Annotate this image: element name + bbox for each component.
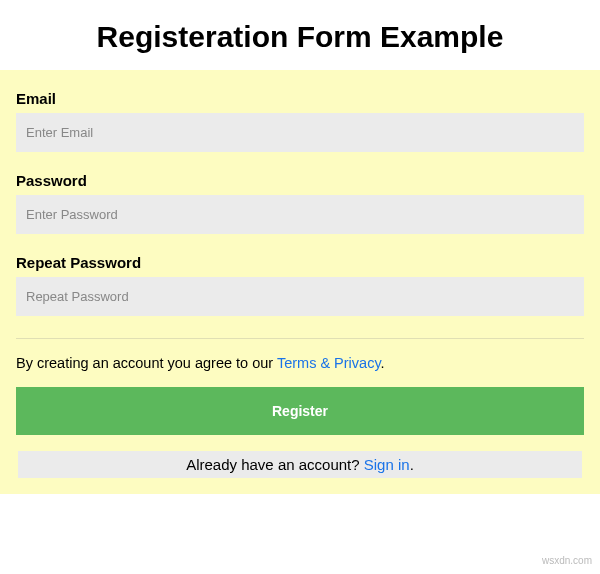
password-field[interactable] <box>16 195 584 234</box>
signin-prefix: Already have an account? <box>186 456 364 473</box>
terms-suffix: . <box>381 355 385 371</box>
register-button[interactable]: Register <box>16 387 584 435</box>
signin-link[interactable]: Sign in <box>364 456 410 473</box>
terms-privacy-link[interactable]: Terms & Privacy <box>277 355 381 371</box>
registration-form: Email Password Repeat Password By creati… <box>0 70 600 494</box>
terms-prefix: By creating an account you agree to our <box>16 355 277 371</box>
email-label: Email <box>16 90 584 107</box>
signin-bar: Already have an account? Sign in. <box>18 451 582 478</box>
password-label: Password <box>16 172 584 189</box>
repeat-password-field[interactable] <box>16 277 584 316</box>
email-field[interactable] <box>16 113 584 152</box>
terms-text: By creating an account you agree to our … <box>16 355 584 371</box>
signin-suffix: . <box>410 456 414 473</box>
repeat-password-label: Repeat Password <box>16 254 584 271</box>
page-title: Registeration Form Example <box>0 0 600 70</box>
divider <box>16 338 584 339</box>
